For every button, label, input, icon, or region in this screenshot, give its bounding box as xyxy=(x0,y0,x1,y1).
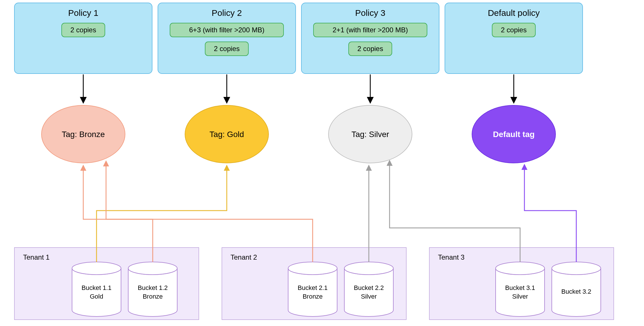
tag-bronze: Tag: Bronze xyxy=(41,105,125,163)
policy-rule-2-1: 2 copies xyxy=(214,45,239,53)
bucket-2-1: Bucket 2.1 Bronze xyxy=(288,262,337,316)
policy-title-1: Policy 1 xyxy=(68,8,98,18)
policy-box-default: Default policy 2 copies xyxy=(445,3,583,74)
policy-title-default: Default policy xyxy=(488,8,540,18)
tag-default-label: Default tag xyxy=(493,130,535,139)
svg-point-29 xyxy=(344,262,393,275)
bucket-1-1: Bucket 1.1 Gold xyxy=(72,262,121,316)
tag-silver: Tag: Silver xyxy=(328,105,412,163)
svg-text:Silver: Silver xyxy=(512,293,528,300)
svg-text:Bucket 1.2: Bucket 1.2 xyxy=(138,284,168,291)
policy-box-2: Policy 2 6+3 (with filter >200 MB) 2 cop… xyxy=(158,3,296,74)
policy-box-1: Policy 1 2 copies xyxy=(14,3,152,74)
connector-bucket31-silver xyxy=(390,161,520,262)
policy-rule-default-0: 2 copies xyxy=(501,26,526,34)
svg-point-20 xyxy=(72,262,121,275)
tenant-label-3: Tenant 3 xyxy=(438,253,464,261)
bucket-2-2: Bucket 2.2 Silver xyxy=(344,262,393,316)
policy-rule-1-0: 2 copies xyxy=(70,26,96,34)
policy-title-3: Policy 3 xyxy=(355,8,385,18)
svg-text:Bucket 2.1: Bucket 2.1 xyxy=(298,284,328,291)
svg-point-26 xyxy=(288,262,337,275)
tag-silver-label: Tag: Silver xyxy=(352,130,389,139)
policy-rule-2-0: 6+3 (with filter >200 MB) xyxy=(189,26,264,34)
connector-bucket21-bronze xyxy=(106,162,313,262)
svg-point-32 xyxy=(496,262,545,275)
tenant-label-1: Tenant 1 xyxy=(23,253,50,261)
policy-title-2: Policy 2 xyxy=(211,8,242,18)
svg-text:Bronze: Bronze xyxy=(303,293,323,300)
policy-box-3: Policy 3 2+1 (with filter >200 MB) 2 cop… xyxy=(301,3,439,74)
tenant-label-2: Tenant 2 xyxy=(231,253,257,261)
tag-bronze-label: Tag: Bronze xyxy=(62,130,105,139)
svg-text:Bucket 1.1: Bucket 1.1 xyxy=(82,284,112,291)
svg-text:Silver: Silver xyxy=(361,293,377,300)
svg-text:Bucket 2.2: Bucket 2.2 xyxy=(354,284,384,291)
svg-text:Bucket 3.1: Bucket 3.1 xyxy=(505,284,535,291)
bucket-3-1: Bucket 3.1 Silver xyxy=(496,262,545,316)
policy-rule-3-0: 2+1 (with filter >200 MB) xyxy=(333,26,408,34)
policy-rule-3-1: 2 copies xyxy=(357,45,383,53)
tag-gold: Tag: Gold xyxy=(185,105,269,163)
svg-text:Bucket 3.2: Bucket 3.2 xyxy=(561,288,591,295)
svg-point-23 xyxy=(128,262,177,275)
bucket-1-2: Bucket 1.2 Bronze xyxy=(128,262,177,316)
svg-point-35 xyxy=(552,262,601,275)
bucket-3-2: Bucket 3.2 xyxy=(552,262,601,316)
svg-text:Gold: Gold xyxy=(90,293,103,300)
tag-gold-label: Tag: Gold xyxy=(209,130,244,139)
svg-text:Bronze: Bronze xyxy=(143,293,163,300)
tag-default: Default tag xyxy=(472,105,556,163)
